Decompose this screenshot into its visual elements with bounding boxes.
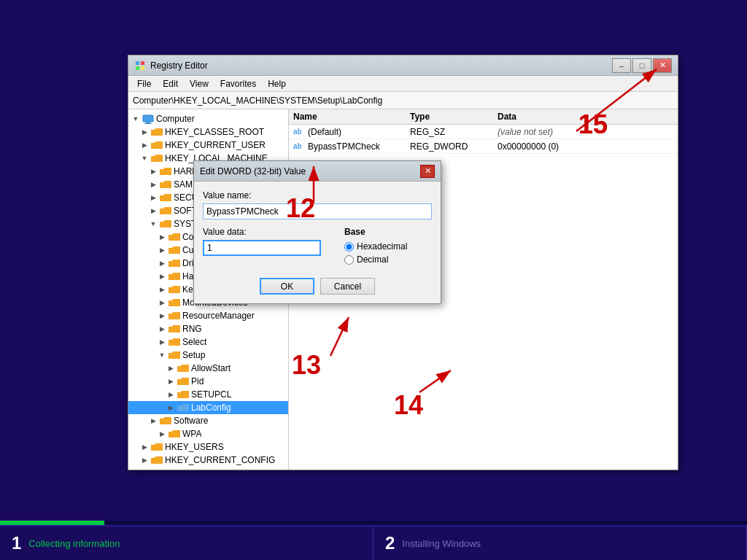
dialog-close-button[interactable]: ✕ [420,165,435,178]
step1-section: 1 Collecting information [0,526,374,560]
svg-rect-6 [144,123,152,124]
expand-arrow: ▶ [158,298,166,307]
col-header-type: Type [410,112,498,122]
tree-label: Select [182,337,206,347]
folder-icon [169,337,180,347]
col-header-data: Data [498,112,673,122]
menu-help[interactable]: Help [262,77,292,90]
tree-label: Software [174,416,208,426]
step1-number: 1 [12,533,21,553]
folder-icon [177,363,189,373]
folder-icon [160,206,171,216]
edit-dword-dialog: Edit DWORD (32-bit) Value ✕ Value name: … [193,160,441,304]
folder-icon [169,311,180,321]
value-type-default: REG_SZ [410,127,498,137]
value-row-default[interactable]: ab (Default) REG_SZ (value not set) [289,125,678,139]
hexadecimal-radio[interactable] [344,242,354,252]
expand-arrow: ▶ [149,206,158,215]
svg-rect-5 [146,122,150,123]
tree-item-current-config[interactable]: ▶ HKEY_CURRENT_CONFIG [128,454,288,467]
value-row-bypass[interactable]: ab BypassTPMCheck REG_DWORD 0x00000000 (… [289,139,678,154]
svg-marker-18 [169,273,180,280]
svg-marker-29 [160,417,171,424]
tree-item-select[interactable]: ▶ Select [128,335,288,349]
decimal-radio[interactable] [344,255,354,265]
maximize-button[interactable]: □ [632,58,651,73]
svg-marker-7 [151,128,163,136]
tree-label: HKEY_CURRENT_USER [165,140,266,150]
dialog-buttons: OK Cancel [203,278,432,295]
folder-icon [160,416,171,426]
tree-label: ResourceManager [182,311,255,321]
folder-icon [169,284,180,295]
svg-marker-25 [177,365,189,372]
value-name-default: ab (Default) [293,127,410,137]
folder-icon [169,324,180,334]
svg-marker-24 [169,351,180,359]
value-data-bypass: 0x00000000 (0) [498,141,673,152]
hexadecimal-label: Hexadecimal [357,241,407,252]
value-name-bypass: ab BypassTPMCheck [293,141,410,152]
minimize-button[interactable]: – [612,58,631,73]
expand-arrow: ▶ [149,416,158,425]
folder-icon [177,376,189,386]
dialog-title-text: Edit DWORD (32-bit) Value [200,166,306,176]
step2-section: 2 Installing Windows [374,526,747,560]
svg-marker-26 [177,378,189,385]
tree-item-software2[interactable]: ▶ Software [128,414,288,427]
col-header-name: Name [293,112,410,122]
folder-icon [177,389,189,400]
expand-arrow: ▼ [149,219,158,228]
close-button[interactable]: ✕ [653,58,672,73]
tree-item-resourcemanager[interactable]: ▶ ResourceManager [128,309,288,322]
tree-item-computer[interactable]: ▼ Computer [128,112,288,125]
tree-item-setup[interactable]: ▼ Setup [128,349,288,362]
tree-item-allowstart[interactable]: ▶ AllowStart [128,362,288,375]
tree-item-pid[interactable]: ▶ Pid [128,375,288,388]
tree-item-rng[interactable]: ▶ RNG [128,322,288,335]
title-bar: Registry Editor – □ ✕ [128,55,678,76]
val-icon-ab2: ab [293,141,305,152]
svg-marker-12 [160,194,171,201]
svg-marker-13 [160,207,171,214]
tree-item-current-user[interactable]: ▶ HKEY_CURRENT_USER [128,139,288,152]
menu-view[interactable]: View [184,77,214,90]
folder-icon [169,429,180,439]
expand-arrow: ▶ [149,180,158,189]
value-name-input[interactable] [203,203,432,219]
tree-label: HKEY_CURRENT_CONFIG [165,455,275,465]
step1-label: Collecting information [28,538,120,549]
folder-icon [169,298,180,308]
tree-item-labconfig[interactable]: ▶ LabConfig [128,401,288,414]
expand-arrow: ▶ [140,443,149,451]
decimal-radio-row: Decimal [344,254,432,265]
tree-item-setupcl[interactable]: ▶ SETUPCL [128,388,288,401]
ok-button[interactable]: OK [260,278,314,295]
tree-label: HKEY_CLASSES_ROOT [165,127,264,137]
value-name-label: Value name: [203,190,432,201]
desktop: Registry Editor – □ ✕ File Edit View Fav… [0,0,747,525]
folder-icon [160,166,171,176]
menu-file[interactable]: File [131,77,157,90]
tree-label-computer: Computer [156,114,195,124]
svg-marker-22 [169,325,180,332]
tree-item-wpa[interactable]: ▶ WPA [128,427,288,440]
tree-item-classes-root[interactable]: ▶ HKEY_CLASSES_ROOT [128,125,288,139]
folder-icon [169,245,180,255]
tree-label: WPA [182,429,201,439]
folder-icon [151,442,163,452]
svg-marker-10 [160,168,171,175]
expand-arrow: ▶ [140,141,149,149]
window-title: Registry Editor [150,61,612,71]
expand-arrow: ▶ [166,403,175,412]
computer-icon [142,114,154,124]
folder-icon [151,153,163,163]
tree-item-users[interactable]: ▶ HKEY_USERS [128,440,288,454]
menu-favorites[interactable]: Favorites [214,77,262,90]
folder-icon [160,192,171,203]
cancel-button[interactable]: Cancel [320,278,375,295]
value-data-input[interactable] [203,240,321,256]
menu-edit[interactable]: Edit [157,77,184,90]
expand-arrow: ▶ [149,193,158,202]
svg-marker-30 [169,430,180,438]
